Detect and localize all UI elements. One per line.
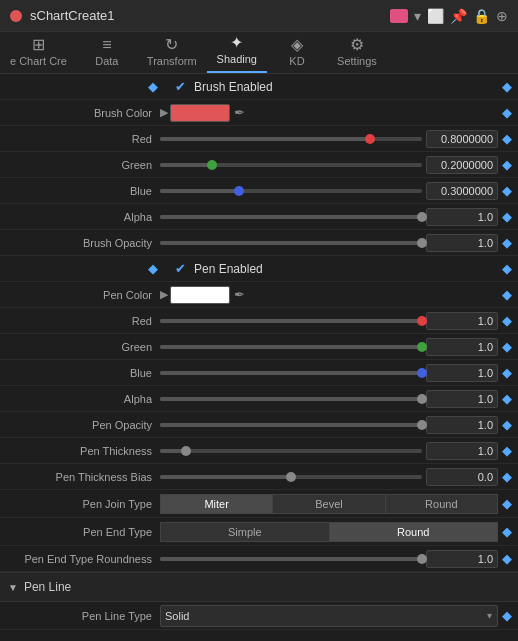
dropdown-icon[interactable]: ▾	[414, 8, 421, 24]
pin-icon[interactable]: 📌	[450, 8, 467, 24]
title-dot	[10, 10, 22, 22]
title-text: sChartCreate1	[30, 8, 382, 23]
tab-shading[interactable]: ✦ Shading	[207, 31, 267, 73]
pen-enabled-diamond2[interactable]: ◆	[502, 261, 512, 276]
lock-icon[interactable]: 🔒	[473, 8, 490, 24]
pen-thickness-bias-slider[interactable]	[160, 470, 422, 484]
pen-alpha-input[interactable]	[426, 390, 498, 408]
tab-chart-create[interactable]: ⊞ e Chart Cre	[0, 33, 77, 73]
pen-line-section-header[interactable]: ▼ Pen Line	[0, 572, 518, 602]
brush-blue-label: Blue	[0, 185, 160, 197]
brush-red-diamond[interactable]: ◆	[502, 131, 512, 146]
pen-enabled-row: ◆ ✔ Pen Enabled ◆	[0, 256, 518, 282]
brush-red-input[interactable]	[426, 130, 498, 148]
brush-green-input[interactable]	[426, 156, 498, 174]
pen-end-type-roundness-label: Pen End Type Roundness	[0, 553, 160, 565]
pen-opacity-row: Pen Opacity ◆	[0, 412, 518, 438]
pen-thickness-diamond[interactable]: ◆	[502, 443, 512, 458]
brush-opacity-content	[160, 234, 498, 252]
tab-transform-label: Transform	[147, 55, 197, 67]
tab-settings[interactable]: ⚙ Settings	[327, 33, 387, 73]
brush-blue-content	[160, 182, 498, 200]
brush-color-content: ✒	[170, 104, 498, 122]
pen-line-type-row: Pen Line Type Solid Dashed Dotted ▾ ◆	[0, 602, 518, 630]
pen-opacity-label: Pen Opacity	[0, 419, 160, 431]
brush-opacity-diamond[interactable]: ◆	[502, 235, 512, 250]
pen-alpha-diamond[interactable]: ◆	[502, 391, 512, 406]
tab-kd[interactable]: ◈ KD	[267, 33, 327, 73]
pen-join-miter-btn[interactable]: Miter	[160, 494, 272, 514]
title-actions: ▾ ⬜ 📌 🔒 ⊕	[390, 8, 508, 24]
brush-color-row: Brush Color ▶ ✒ ◆	[0, 100, 518, 126]
brush-blue-slider[interactable]	[160, 184, 422, 198]
brush-enabled-check[interactable]: ✔	[172, 79, 188, 94]
pen-join-type-content: Miter Bevel Round	[160, 494, 498, 514]
pen-green-slider[interactable]	[160, 340, 422, 354]
brush-enabled-diamond2[interactable]: ◆	[502, 79, 512, 94]
tab-data[interactable]: ≡ Data	[77, 33, 137, 73]
pen-color-arrow[interactable]: ▶	[160, 288, 168, 301]
brush-red-content	[160, 130, 498, 148]
brush-opacity-slider[interactable]	[160, 236, 422, 250]
pen-color-diamond[interactable]: ◆	[502, 287, 512, 302]
pen-end-type-roundness-content	[160, 550, 498, 568]
brush-enabled-label: Brush Enabled	[194, 80, 273, 94]
brush-red-slider[interactable]	[160, 132, 422, 146]
pen-green-diamond[interactable]: ◆	[502, 339, 512, 354]
pen-enabled-check[interactable]: ✔	[172, 261, 188, 276]
pen-red-input[interactable]	[426, 312, 498, 330]
pen-end-type-roundness-input[interactable]	[426, 550, 498, 568]
brush-color-diamond[interactable]: ◆	[502, 105, 512, 120]
pen-end-type-roundness-diamond[interactable]: ◆	[502, 551, 512, 566]
pen-thickness-slider[interactable]	[160, 444, 422, 458]
pen-end-type-diamond[interactable]: ◆	[502, 524, 512, 539]
brush-opacity-input[interactable]	[426, 234, 498, 252]
tab-transform[interactable]: ↻ Transform	[137, 33, 207, 73]
pen-green-input[interactable]	[426, 338, 498, 356]
pen-join-bevel-btn[interactable]: Bevel	[272, 494, 384, 514]
window-icon[interactable]: ⬜	[427, 8, 444, 24]
brush-alpha-diamond[interactable]: ◆	[502, 209, 512, 224]
pen-red-slider[interactable]	[160, 314, 422, 328]
pen-alpha-slider[interactable]	[160, 392, 422, 406]
pen-join-type-diamond[interactable]: ◆	[502, 496, 512, 511]
title-color-box[interactable]	[390, 9, 408, 23]
pen-color-row: Pen Color ▶ ✒ ◆	[0, 282, 518, 308]
pen-eyedropper-icon[interactable]: ✒	[234, 287, 245, 302]
settings-icon: ⚙	[350, 37, 364, 53]
brush-green-slider[interactable]	[160, 158, 422, 172]
pen-blue-input[interactable]	[426, 364, 498, 382]
pen-thickness-bias-input[interactable]	[426, 468, 498, 486]
pen-thickness-input[interactable]	[426, 442, 498, 460]
pen-thickness-bias-diamond[interactable]: ◆	[502, 469, 512, 484]
pen-join-round-btn[interactable]: Round	[385, 494, 498, 514]
brush-color-label: Brush Color	[0, 107, 160, 119]
pen-opacity-input[interactable]	[426, 416, 498, 434]
brush-color-arrow[interactable]: ▶	[160, 106, 168, 119]
pen-end-type-roundness-slider[interactable]	[160, 552, 422, 566]
pen-opacity-slider[interactable]	[160, 418, 422, 432]
data-icon: ≡	[102, 37, 111, 53]
pen-green-label: Green	[0, 341, 160, 353]
brush-alpha-slider[interactable]	[160, 210, 422, 224]
brush-enabled-diamond[interactable]: ◆	[148, 79, 158, 94]
pen-line-type-select[interactable]: Solid Dashed Dotted	[160, 605, 498, 627]
pen-opacity-diamond[interactable]: ◆	[502, 417, 512, 432]
pen-blue-slider[interactable]	[160, 366, 422, 380]
brush-blue-diamond[interactable]: ◆	[502, 183, 512, 198]
close-icon[interactable]: ⊕	[496, 8, 508, 24]
pen-blue-diamond[interactable]: ◆	[502, 365, 512, 380]
pen-thickness-bias-content	[160, 468, 498, 486]
brush-color-swatch[interactable]	[170, 104, 230, 122]
brush-blue-row: Blue ◆	[0, 178, 518, 204]
pen-end-round-btn[interactable]: Round	[329, 522, 499, 542]
brush-eyedropper-icon[interactable]: ✒	[234, 105, 245, 120]
brush-blue-input[interactable]	[426, 182, 498, 200]
pen-line-type-diamond[interactable]: ◆	[502, 608, 512, 623]
brush-alpha-input[interactable]	[426, 208, 498, 226]
pen-color-swatch[interactable]	[170, 286, 230, 304]
pen-enabled-diamond[interactable]: ◆	[148, 261, 158, 276]
brush-green-diamond[interactable]: ◆	[502, 157, 512, 172]
pen-red-diamond[interactable]: ◆	[502, 313, 512, 328]
pen-end-simple-btn[interactable]: Simple	[160, 522, 329, 542]
